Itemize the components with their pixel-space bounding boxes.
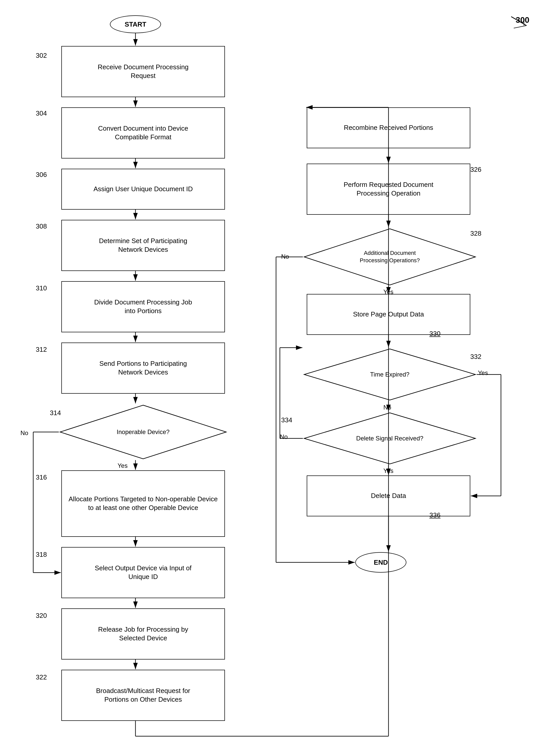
box-324: Recombine Received Portions [307, 107, 470, 148]
step-label-318: 318 [36, 551, 47, 558]
diamond-332-label: Time Expired? [303, 348, 477, 401]
diamond-314-label: Inoperable Device? [59, 404, 227, 460]
step-label-334: 334 [281, 416, 292, 424]
diamond-332: Time Expired? [303, 348, 477, 401]
svg-line-41 [514, 25, 526, 28]
box-312: Send Portions to ParticipatingNetwork De… [61, 342, 225, 394]
box-318: Select Output Device via Input ofUnique … [61, 547, 225, 598]
step-label-308: 308 [36, 222, 47, 230]
step-label-320: 320 [36, 612, 47, 620]
label-332-no: No [383, 404, 391, 411]
step-label-312: 312 [36, 346, 47, 354]
label-328-no: No [281, 253, 289, 260]
step-label-310: 310 [36, 284, 47, 292]
box-322: Broadcast/Multicast Request forPortions … [61, 670, 225, 721]
diamond-334-label: Delete Signal Received? [303, 412, 477, 465]
diagram-ref-300: 300 [516, 15, 529, 25]
step-label-322: 322 [36, 673, 47, 681]
ref-336: 336 [429, 511, 440, 519]
diamond-334: Delete Signal Received? [303, 412, 477, 465]
box-308: Determine Set of ParticipatingNetwork De… [61, 220, 225, 271]
ref-330: 330 [429, 330, 440, 338]
start-oval: START [110, 15, 161, 33]
label-332-yes: Yes [478, 369, 488, 377]
label-314-yes: Yes [118, 462, 127, 469]
box-306: Assign User Unique Document ID [61, 169, 225, 210]
label-334-yes: Yes [383, 467, 393, 474]
diamond-328-label: Additional DocumentProcessing Operations… [303, 228, 477, 286]
box-310: Divide Document Processing Jobinto Porti… [61, 281, 225, 332]
box-316: Allocate Portions Targeted to Non-operab… [61, 470, 225, 537]
box-336: Delete Data [307, 475, 470, 516]
diamond-328: Additional DocumentProcessing Operations… [303, 228, 477, 286]
end-oval: END [355, 552, 406, 573]
step-label-316: 316 [36, 473, 47, 481]
box-302: Receive Document ProcessingRequest [61, 46, 225, 97]
step-label-326: 326 [470, 166, 481, 174]
step-label-304: 304 [36, 110, 47, 117]
label-334-no: No [280, 433, 288, 440]
box-320: Release Job for Processing bySelected De… [61, 608, 225, 659]
box-304: Convert Document into DeviceCompatible F… [61, 107, 225, 158]
box-326: Perform Requested DocumentProcessing Ope… [307, 164, 470, 215]
box-330: Store Page Output Data [307, 294, 470, 335]
label-314-no: No [20, 430, 28, 437]
diamond-314: Inoperable Device? [59, 404, 227, 460]
step-label-306: 306 [36, 171, 47, 179]
flowchart-diagram: 300 START 302 Receive Document Processin… [0, 0, 560, 750]
step-label-302: 302 [36, 52, 47, 60]
